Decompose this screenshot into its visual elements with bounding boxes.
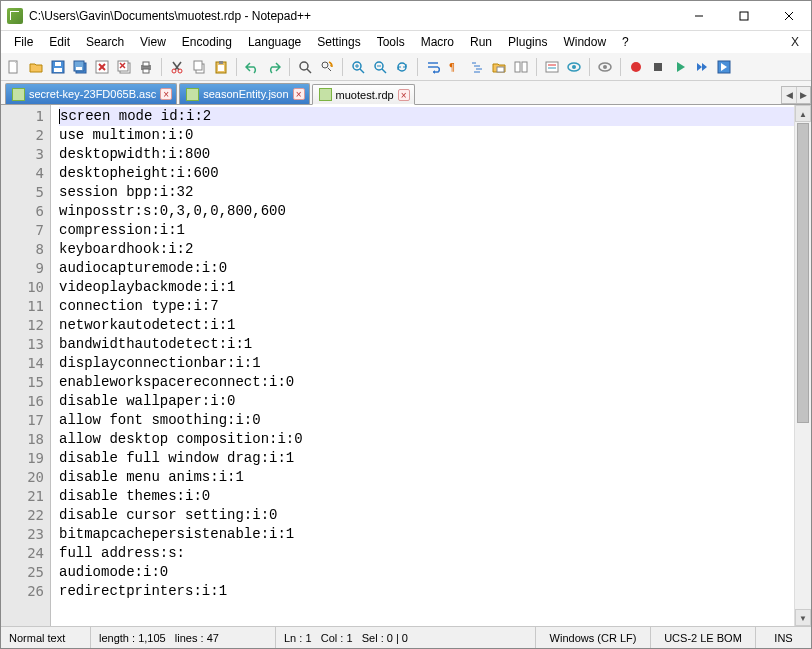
menu-tools[interactable]: Tools xyxy=(370,33,412,51)
show-all-icon[interactable]: ¶ xyxy=(446,58,464,76)
doc-map-icon[interactable] xyxy=(565,58,583,76)
code-line[interactable]: disable cursor setting:i:0 xyxy=(59,506,794,525)
replace-icon[interactable] xyxy=(318,58,336,76)
code-line[interactable]: audiomode:i:0 xyxy=(59,563,794,582)
code-line[interactable]: disable full window drag:i:1 xyxy=(59,449,794,468)
cut-icon[interactable] xyxy=(168,58,186,76)
tab-scroll-left-icon[interactable]: ◀ xyxy=(782,87,796,103)
zoom-out-icon[interactable] xyxy=(371,58,389,76)
find-icon[interactable] xyxy=(296,58,314,76)
code-line[interactable]: allow font smoothing:i:0 xyxy=(59,411,794,430)
sync-icon[interactable] xyxy=(393,58,411,76)
monitor-icon[interactable] xyxy=(596,58,614,76)
redo-icon[interactable] xyxy=(265,58,283,76)
tab-scroll-right-icon[interactable]: ▶ xyxy=(796,87,810,103)
stop-macro-icon[interactable] xyxy=(649,58,667,76)
code-line[interactable]: winposstr:s:0,3,0,0,800,600 xyxy=(59,202,794,221)
print-icon[interactable] xyxy=(137,58,155,76)
copy-icon[interactable] xyxy=(190,58,208,76)
doc-switcher-icon[interactable] xyxy=(512,58,530,76)
tab-close-icon[interactable]: × xyxy=(293,88,305,100)
folder-icon[interactable] xyxy=(490,58,508,76)
code-line[interactable]: connection type:i:7 xyxy=(59,297,794,316)
scroll-down-icon[interactable]: ▼ xyxy=(795,609,811,626)
menu-window[interactable]: Window xyxy=(556,33,613,51)
paste-icon[interactable] xyxy=(212,58,230,76)
word-wrap-icon[interactable] xyxy=(424,58,442,76)
close-icon[interactable] xyxy=(93,58,111,76)
code-line[interactable]: session bpp:i:32 xyxy=(59,183,794,202)
code-line[interactable]: disable themes:i:0 xyxy=(59,487,794,506)
line-number: 24 xyxy=(1,544,44,563)
minimize-button[interactable] xyxy=(676,1,721,30)
menu-language[interactable]: Language xyxy=(241,33,308,51)
svg-rect-50 xyxy=(546,62,558,72)
code-line[interactable]: full address:s: xyxy=(59,544,794,563)
svg-rect-29 xyxy=(218,65,224,71)
play-macro-icon[interactable] xyxy=(671,58,689,76)
scroll-up-icon[interactable]: ▲ xyxy=(795,105,811,122)
line-number: 16 xyxy=(1,392,44,411)
line-number: 21 xyxy=(1,487,44,506)
code-line[interactable]: videoplaybackmode:i:1 xyxy=(59,278,794,297)
indent-guide-icon[interactable] xyxy=(468,58,486,76)
menu-file[interactable]: File xyxy=(7,33,40,51)
code-line[interactable]: keyboardhook:i:2 xyxy=(59,240,794,259)
tab-muotest-rdp[interactable]: muotest.rdp× xyxy=(312,84,415,105)
code-line[interactable]: desktopheight:i:600 xyxy=(59,164,794,183)
code-line[interactable]: disable wallpaper:i:0 xyxy=(59,392,794,411)
menu-settings[interactable]: Settings xyxy=(310,33,367,51)
code-line[interactable]: bitmapcachepersistenable:i:1 xyxy=(59,525,794,544)
fast-play-icon[interactable] xyxy=(693,58,711,76)
code-line[interactable]: allow desktop composition:i:0 xyxy=(59,430,794,449)
menu-macro[interactable]: Macro xyxy=(414,33,461,51)
close-all-icon[interactable] xyxy=(115,58,133,76)
menu-edit[interactable]: Edit xyxy=(42,33,77,51)
vertical-scrollbar[interactable]: ▲ ▼ xyxy=(794,105,811,626)
tab-close-icon[interactable]: × xyxy=(160,88,172,100)
code-line[interactable]: audiocapturemode:i:0 xyxy=(59,259,794,278)
scroll-thumb[interactable] xyxy=(797,123,809,423)
code-line[interactable]: screen mode id:i:2 xyxy=(59,107,794,126)
menu-encoding[interactable]: Encoding xyxy=(175,33,239,51)
code-line[interactable]: desktopwidth:i:800 xyxy=(59,145,794,164)
maximize-button[interactable] xyxy=(721,1,766,30)
line-number: 15 xyxy=(1,373,44,392)
tab-secret-key-23fd065b-asc[interactable]: secret-key-23FD065B.asc× xyxy=(5,83,177,104)
menu-plugins[interactable]: Plugins xyxy=(501,33,554,51)
svg-rect-6 xyxy=(54,68,62,72)
toolbar-separator xyxy=(289,58,290,76)
menu-q[interactable]: ? xyxy=(615,33,636,51)
toolbar: ¶ xyxy=(1,53,811,81)
new-file-icon[interactable] xyxy=(5,58,23,76)
record-macro-icon[interactable] xyxy=(627,58,645,76)
undo-icon[interactable] xyxy=(243,58,261,76)
code-line[interactable]: enableworkspacereconnect:i:0 xyxy=(59,373,794,392)
line-number: 1 xyxy=(1,107,44,126)
tab-close-icon[interactable]: × xyxy=(398,89,410,101)
code-line[interactable]: compression:i:1 xyxy=(59,221,794,240)
open-file-icon[interactable] xyxy=(27,58,45,76)
code-line[interactable]: disable menu anims:i:1 xyxy=(59,468,794,487)
zoom-in-icon[interactable] xyxy=(349,58,367,76)
line-number: 20 xyxy=(1,468,44,487)
status-insert-mode: INS xyxy=(756,627,811,648)
close-button[interactable] xyxy=(766,1,811,30)
menu-search[interactable]: Search xyxy=(79,33,131,51)
save-all-icon[interactable] xyxy=(71,58,89,76)
code-line[interactable]: displayconnectionbar:i:1 xyxy=(59,354,794,373)
code-line[interactable]: use multimon:i:0 xyxy=(59,126,794,145)
tab-seasonentity-json[interactable]: seasonEntity.json× xyxy=(179,83,309,104)
doc-close-x[interactable]: X xyxy=(785,33,805,51)
code-area[interactable]: screen mode id:i:2use multimon:i:0deskto… xyxy=(51,105,794,626)
menu-view[interactable]: View xyxy=(133,33,173,51)
save-macro-icon[interactable] xyxy=(715,58,733,76)
function-list-icon[interactable] xyxy=(543,58,561,76)
window-title: C:\Users\Gavin\Documents\muotest.rdp - N… xyxy=(29,9,676,23)
code-line[interactable]: redirectprinters:i:1 xyxy=(59,582,794,601)
save-icon[interactable] xyxy=(49,58,67,76)
menu-run[interactable]: Run xyxy=(463,33,499,51)
code-line[interactable]: networkautodetect:i:1 xyxy=(59,316,794,335)
code-line[interactable]: bandwidthautodetect:i:1 xyxy=(59,335,794,354)
toolbar-separator xyxy=(236,58,237,76)
